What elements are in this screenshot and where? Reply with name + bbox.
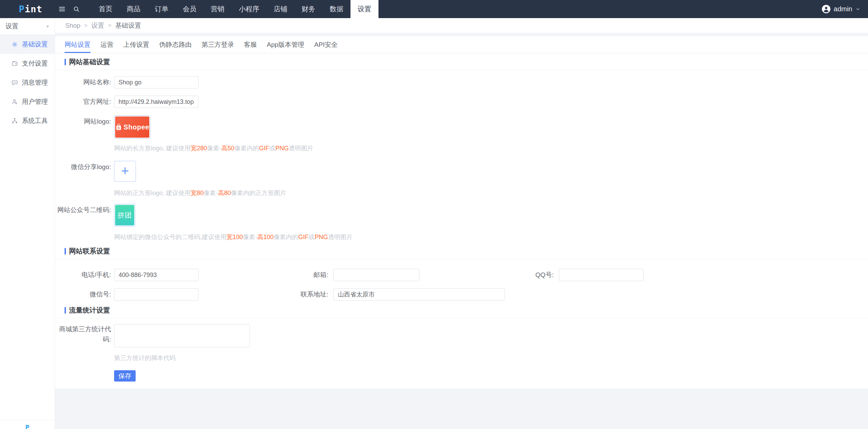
qrcode-label: 网站公众号二维码: [55,204,111,216]
site-url-input[interactable] [114,96,198,108]
field-qrcode: 网站公众号二维码: 拼团 [55,204,868,226]
stats-code-textarea[interactable] [114,324,250,347]
tab-rewrite-routes[interactable]: 伪静态路由 [159,36,192,53]
address-input[interactable] [333,288,505,301]
sidebar-item-label: 消息管理 [22,78,48,87]
sidebar-item-payment-settings[interactable]: 支付设置 [0,54,55,73]
phone-input[interactable] [114,269,198,281]
sidebar-item-message-management[interactable]: 消息管理 [0,73,55,92]
email-input[interactable] [333,269,419,281]
plus-icon: + [121,164,129,178]
user-menu[interactable]: admin [822,4,868,14]
site-logo-image-text: Shopee [124,123,149,131]
tab-app-version[interactable]: App版本管理 [267,36,304,53]
breadcrumb-shop[interactable]: Shop [65,22,80,29]
sidebar-item-label: 用户管理 [22,97,48,106]
nav-item-members[interactable]: 会员 [176,0,204,18]
wechat-share-logo-label: 微信分享logo: [55,161,111,173]
sidebar-group-settings[interactable]: 设置 ▾ [0,18,55,35]
settings-card: 网站设置 运营 上传设置 伪静态路由 第三方登录 客服 App版本管理 API安… [55,36,868,388]
search-icon[interactable] [69,0,83,18]
hamburger-icon[interactable] [55,0,69,18]
qq-label: QQ号: [496,269,554,281]
nav-item-stores[interactable]: 店铺 [266,0,294,18]
tab-third-party-login[interactable]: 第三方登录 [202,36,234,53]
app-logo-mark: P [19,4,25,14]
app-logo[interactable]: Pint [0,4,55,14]
contact-row-1: 电话/手机: 邮箱: QQ号: [55,269,868,281]
site-logo-help: 网站的长方形logo, 建议使用宽280像素-高50像素内的GIF或PNG透明图… [114,144,868,152]
site-logo-image: S Shopee [115,116,149,138]
sidebar-item-label: 基础设置 [22,40,48,49]
field-stats-code: 商城第三方统计代码: [55,324,868,347]
tab-operations[interactable]: 运营 [100,36,113,53]
main-content: Shop > 设置 > 基础设置 网站设置 运营 上传设置 伪静态路由 第三方登… [55,18,868,429]
sidebar-item-user-management[interactable]: 用户管理 [0,92,55,111]
tab-customer-service[interactable]: 客服 [244,36,257,53]
sidebar-mini-logo: P [25,423,29,429]
tab-api-security[interactable]: API安全 [314,36,338,53]
nav-item-finance[interactable]: 财务 [294,0,322,18]
qq-input[interactable] [559,269,644,281]
address-label: 联系地址: [260,288,328,301]
qrcode-image: 拼团 [115,205,134,225]
breadcrumb-settings[interactable]: 设置 [91,21,104,30]
field-site-name: 网站名称: [55,76,868,88]
qrcode-upload[interactable]: 拼团 [114,204,135,226]
stats-code-help: 第三方统计的脚本代码 [114,354,868,362]
field-wechat-share-logo: 微信分享logo: + [55,161,868,182]
section-basic-settings: 网站基础设置 [55,57,868,70]
sidebar-item-system-tools[interactable]: 系统工具 [0,111,55,130]
sidebar: 设置 ▾ 基础设置 支付设置 消息管理 用户管理 系统工具 P [0,18,55,429]
sidebar-item-label: 支付设置 [22,59,48,68]
sidebar-group-title: 设置 [5,22,18,31]
chevron-down-icon [855,6,860,12]
collapse-triangle-icon: ▾ [46,24,49,29]
section-accent-bar [65,307,66,314]
main-nav: 首页 商品 订单 会员 营销 小程序 店铺 财务 数据 设置 [92,0,378,18]
site-logo-label: 网站logo: [55,115,111,128]
sidebar-item-basic-settings[interactable]: 基础设置 [0,35,55,54]
wechat-id-label: 微信号: [55,288,111,301]
nav-item-mini-program[interactable]: 小程序 [232,0,266,18]
shopee-bag-icon: S [115,122,122,132]
site-logo-upload[interactable]: S Shopee [114,115,150,139]
email-label: 邮箱: [260,269,328,281]
gear-icon [11,41,18,48]
wallet-icon [11,60,18,67]
stats-code-label: 商城第三方统计代码: [55,324,111,345]
phone-label: 电话/手机: [55,269,111,281]
user-icon [11,98,18,105]
section-accent-bar [65,59,66,65]
svg-text:S: S [118,126,120,130]
site-name-input[interactable] [114,76,198,88]
section-title: 网站联系设置 [69,247,110,256]
background-gap [55,33,868,36]
breadcrumb-current: 基础设置 [115,21,141,30]
nav-item-orders[interactable]: 订单 [148,0,176,18]
field-site-url: 官方网址: [55,96,868,108]
breadcrumb-separator: > [108,22,111,29]
save-button[interactable]: 保存 [114,370,136,382]
nav-item-marketing[interactable]: 营销 [204,0,232,18]
breadcrumb-separator: > [84,22,87,29]
tab-upload-settings[interactable]: 上传设置 [123,36,149,53]
section-contact-settings: 网站联系设置 [55,247,868,259]
nav-item-home[interactable]: 首页 [92,0,120,18]
wechat-share-logo-upload[interactable]: + [114,161,136,182]
sidebar-footer: P [0,420,55,429]
qrcode-help: 网站绑定的微信公众号的二维码,建议使用宽100像素-高100像素内的GIF或PN… [114,233,868,241]
nav-item-settings[interactable]: 设置 [350,0,378,18]
wechat-id-input[interactable] [114,288,198,301]
section-accent-bar [65,248,66,254]
nav-item-data[interactable]: 数据 [322,0,350,18]
section-title: 流量统计设置 [69,306,110,315]
site-url-label: 官方网址: [55,96,111,108]
app-logo-text: int [25,4,42,14]
section-traffic-stats: 流量统计设置 [55,306,868,318]
top-navbar: Pint 首页 商品 订单 会员 营销 小程序 店铺 财务 数据 设置 admi… [0,0,868,18]
nav-item-goods[interactable]: 商品 [120,0,148,18]
tab-website-settings[interactable]: 网站设置 [65,36,91,53]
wechat-share-logo-help: 网站的正方形logo, 建议使用宽80像素-高80像素内的正方形图片 [114,189,868,197]
site-name-label: 网站名称: [55,76,111,88]
